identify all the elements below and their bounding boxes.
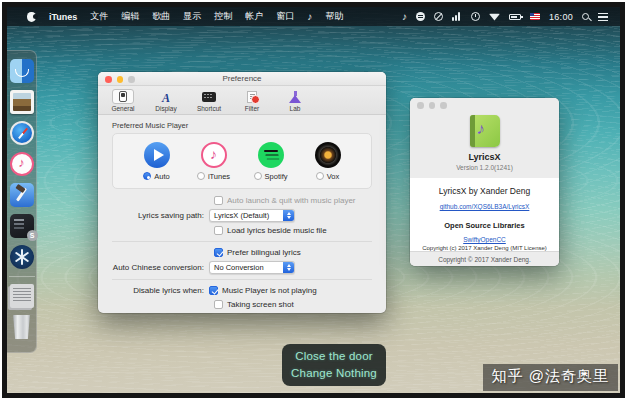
dock-item-coral-app[interactable]: [10, 245, 34, 269]
load-beside-checkbox[interactable]: [214, 226, 223, 235]
preferences-titlebar[interactable]: Preference: [98, 72, 386, 86]
dock: S: [7, 50, 37, 353]
apple-menu-icon[interactable]: [27, 12, 36, 22]
menu-item-edit[interactable]: 编辑: [121, 10, 139, 23]
player-option-itunes[interactable]: iTunes: [192, 142, 236, 181]
desktop: iTunes 文件 编辑 歌曲 显示 控制 帐户 窗口 ♪ 帮助 ♪ 16:00: [7, 7, 620, 393]
row-saving-path: Lyrics saving path: LyricsX (Default): [112, 209, 372, 222]
player-option-spotify[interactable]: Spotify: [249, 142, 293, 181]
not-playing-checkbox[interactable]: [209, 286, 218, 295]
github-link[interactable]: github.com/XQS6LB3A/LyricsX: [410, 203, 559, 210]
notification-center-icon[interactable]: [598, 13, 608, 21]
row-auto-launch: Auto launch & quit with music player: [214, 195, 372, 206]
divider: [112, 241, 372, 242]
row-screenshot: Taking screen shot: [214, 299, 372, 310]
spotify-icon: [258, 142, 284, 168]
radio-auto[interactable]: [143, 172, 151, 180]
menu-item-song[interactable]: 歌曲: [152, 10, 170, 23]
time-machine-clock-icon[interactable]: [471, 12, 480, 21]
music-note-icon[interactable]: ♪: [402, 12, 407, 22]
volume-bars-icon[interactable]: [452, 12, 462, 21]
saving-path-dropdown[interactable]: LyricsX (Default): [209, 209, 295, 222]
minimize-button[interactable]: [117, 76, 124, 83]
auto-launch-checkbox[interactable]: [214, 196, 223, 205]
dock-item-trash[interactable]: [10, 315, 34, 339]
dock-item-itunes[interactable]: [10, 152, 34, 176]
dock-item-xcode[interactable]: [10, 183, 34, 207]
zoom-button-disabled: [128, 76, 135, 83]
row-disable-when: Disable lyrics when: Music Player is not…: [112, 285, 372, 296]
lyrics-line-2: Change Nothing: [291, 365, 377, 382]
tab-general[interactable]: General: [106, 89, 140, 112]
menu-item-account[interactable]: 帐户: [245, 10, 263, 23]
player-option-auto[interactable]: Auto: [135, 142, 179, 181]
swiftyopencc-link[interactable]: SwiftyOpenCC: [410, 236, 559, 243]
xcode-icon: [10, 183, 34, 207]
dock-item-documents-stack[interactable]: [10, 284, 34, 308]
player-option-vox[interactable]: Vox: [306, 142, 350, 181]
conversion-dropdown[interactable]: No Conversion: [209, 261, 295, 274]
about-body: LyricsX by Xander Deng github.com/XQS6LB…: [410, 178, 559, 251]
app-menu-itunes[interactable]: iTunes: [49, 12, 77, 22]
dock-separator: [9, 276, 35, 277]
menu-item-file[interactable]: 文件: [90, 10, 108, 23]
filter-document-icon: [247, 91, 257, 103]
row-conversion: Auto Chinese conversion: No Conversion: [112, 261, 372, 274]
radio-spotify[interactable]: [254, 172, 262, 180]
dock-item-safari[interactable]: [10, 121, 34, 145]
tab-shortcut[interactable]: Shortcut: [192, 89, 226, 112]
stepper-arrows-icon: [283, 262, 294, 273]
lyrics-overlay[interactable]: Close the door Change Nothing: [282, 344, 386, 386]
radio-vox[interactable]: [316, 172, 324, 180]
minimize-button-inactive[interactable]: [429, 102, 436, 109]
about-footer: Copyright © 2017 Xander Deng.: [410, 251, 559, 266]
slash-circle-icon[interactable]: [434, 12, 443, 21]
spotlight-search-icon[interactable]: [582, 13, 589, 20]
screenshot-frame: iTunes 文件 编辑 歌曲 显示 控制 帐户 窗口 ♪ 帮助 ♪ 16:00: [2, 2, 625, 398]
row-load-beside: Load lyrics beside music file: [214, 225, 372, 236]
preferred-player-box: Auto iTunes Spotify Vox: [112, 133, 372, 189]
dock-item-photos[interactable]: [10, 90, 34, 114]
dock-item-finder[interactable]: [10, 59, 34, 83]
divider: [112, 279, 372, 280]
about-byline: LyricsX by Xander Deng: [410, 186, 559, 196]
blue-play-icon: [144, 142, 170, 168]
menu-item-view[interactable]: 显示: [183, 10, 201, 23]
preferred-player-label: Preferred Music Player: [112, 121, 372, 130]
itunes-player-icon: [201, 142, 227, 168]
s-badge: S: [27, 230, 38, 241]
preferences-window: Preference General Display Shortcut Filt…: [98, 72, 386, 313]
about-window: LyricsX Version 1.2.0(1241) LyricsX by X…: [410, 98, 559, 266]
close-button[interactable]: [105, 76, 112, 83]
pause-circle-icon[interactable]: [416, 12, 425, 21]
us-flag-input-icon[interactable]: [530, 13, 540, 20]
battery-icon[interactable]: [509, 14, 521, 20]
about-titlebar[interactable]: [410, 98, 559, 110]
preferences-toolbar: General Display Shortcut Filter Lab: [98, 86, 386, 115]
finder-icon: [10, 59, 34, 83]
about-header: LyricsX Version 1.2.0(1241): [410, 110, 559, 178]
wifi-icon[interactable]: [489, 13, 500, 21]
tab-display[interactable]: Display: [149, 89, 183, 112]
menu-clock[interactable]: 16:00: [549, 12, 573, 22]
radio-itunes[interactable]: [197, 172, 205, 180]
menu-item-window[interactable]: 窗口: [276, 10, 294, 23]
menu-item-controls[interactable]: 控制: [214, 10, 232, 23]
bilingual-checkbox[interactable]: [214, 248, 223, 257]
zoom-button-inactive[interactable]: [440, 102, 447, 109]
safari-icon: [10, 121, 34, 145]
close-button-inactive[interactable]: [417, 102, 424, 109]
zhihu-watermark: 知乎 @法奇奥里: [483, 364, 618, 391]
itunes-icon: [10, 152, 34, 176]
coral-app-icon: [10, 245, 34, 269]
stepper-arrows-icon: [283, 210, 294, 221]
tab-lab[interactable]: Lab: [278, 89, 312, 112]
preferences-body: Preferred Music Player Auto iTunes Spoti…: [98, 115, 386, 310]
screenshot-checkbox[interactable]: [214, 300, 223, 309]
dock-item-dark-app[interactable]: S: [10, 214, 34, 238]
lyricsx-app-icon: [470, 115, 500, 147]
menu-bar: iTunes 文件 编辑 歌曲 显示 控制 帐户 窗口 ♪ 帮助 ♪ 16:00: [7, 7, 620, 26]
menu-item-help[interactable]: 帮助: [325, 10, 343, 23]
tab-filter[interactable]: Filter: [235, 89, 269, 112]
lyricsx-menu-note-icon[interactable]: ♪: [307, 12, 312, 22]
